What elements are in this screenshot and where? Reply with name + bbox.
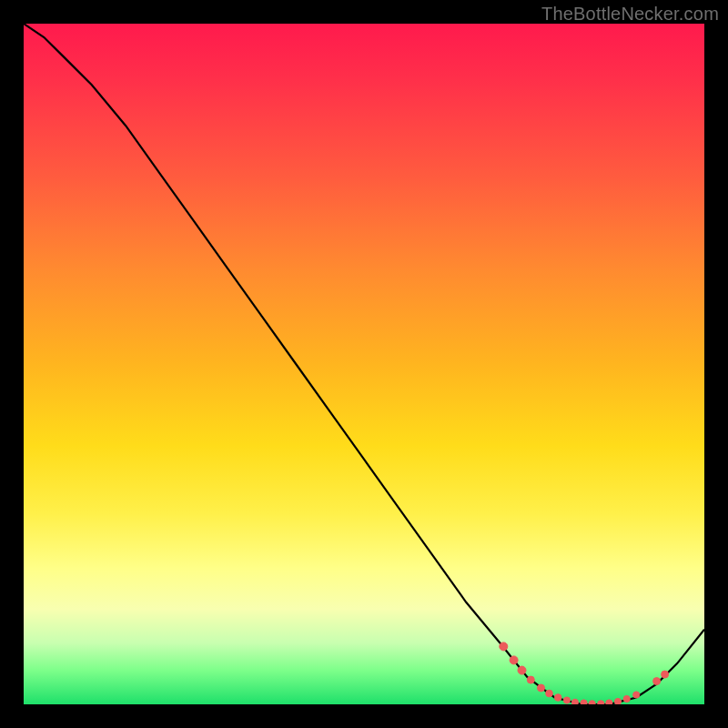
scatter-point: [653, 678, 661, 685]
scatter-point: [518, 666, 526, 674]
plot-area: [24, 24, 704, 704]
scatter-point: [614, 698, 621, 704]
scatter-point: [662, 671, 669, 678]
scatter-point: [589, 701, 595, 704]
scatter-point: [563, 697, 570, 703]
scatter-point: [510, 656, 518, 664]
scatter-point: [500, 642, 508, 651]
bottleneck-curve: [24, 24, 704, 704]
scatter-point: [571, 699, 578, 704]
scatter-point: [633, 692, 640, 698]
highlight-scatter: [500, 642, 669, 704]
scatter-point: [598, 701, 604, 704]
chart-stage: TheBottleNecker.com: [0, 0, 728, 728]
scatter-point: [606, 700, 612, 704]
scatter-point: [554, 694, 561, 702]
watermark-text: TheBottleNecker.com: [541, 4, 719, 25]
scatter-point: [546, 690, 553, 697]
scatter-point: [623, 695, 630, 702]
chart-svg: [24, 24, 704, 704]
scatter-point: [527, 676, 534, 683]
scatter-point: [581, 700, 587, 704]
scatter-point: [538, 684, 545, 692]
